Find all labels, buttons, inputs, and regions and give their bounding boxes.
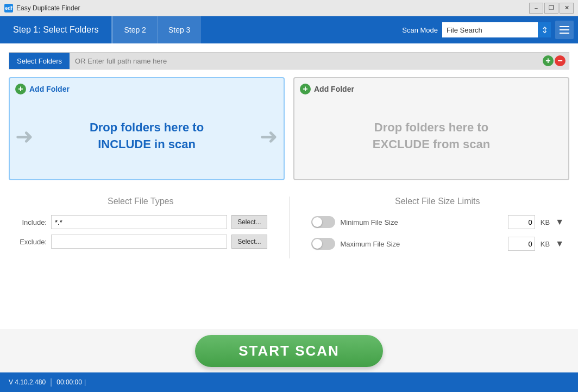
title-bar-left: edf Easy Duplicate Finder [4,4,80,12]
file-types-title: Select File Types [14,197,267,206]
min-size-dropdown-button[interactable]: ▼ [555,217,564,227]
footer: V 4.10.2.480 | 00:00:00 | [0,372,578,392]
start-scan-button[interactable]: START SCAN [195,335,383,367]
version-text: V 4.10.2.480 [9,378,46,386]
scan-mode-wrapper: File Search Music Search Image Search Do… [442,22,551,37]
exclude-add-folder-button[interactable]: + Add Folder [300,84,563,94]
minimize-button[interactable]: − [529,3,543,14]
title-bar: edf Easy Duplicate Finder − ❐ ✕ [0,0,578,16]
timer-text: 00:00:00 [56,378,82,386]
max-size-unit: KB [541,240,550,248]
exclude-select-button[interactable]: Select... [231,235,267,249]
scan-button-area: START SCAN [0,329,578,372]
include-select-button[interactable]: Select... [231,215,267,229]
file-size-section: Select File Size Limits Minimum File Siz… [289,197,564,258]
file-types-section: Select File Types Include: Select... Exc… [14,197,289,258]
exclude-drop-zone[interactable]: + Add Folder Drop folders here to EXCLUD… [293,77,569,180]
footer-cursor: | [84,378,86,386]
max-size-label: Maximum File Size [341,240,502,248]
drop-zones: + Add Folder ➜ Drop folders here to INCL… [9,77,569,180]
exclude-drop-text: Drop folders here to EXCLUDE from scan [373,119,490,153]
file-size-title: Select File Size Limits [311,197,564,206]
include-input[interactable] [51,215,227,229]
include-label: Include: [14,218,47,226]
include-drop-text: Drop folders here to INCLUDE in scan [90,119,204,153]
exclude-row: Exclude: Select... [14,235,267,249]
min-size-toggle[interactable] [311,216,335,228]
max-size-dropdown-button[interactable]: ▼ [555,239,564,249]
hamburger-line3 [560,33,569,34]
step1-tab[interactable]: Step 1: Select Folders [0,16,112,43]
steps-area: Step 1: Select Folders Step 2 Step 3 [0,16,201,43]
bottom-section: Select File Types Include: Select... Exc… [9,197,569,258]
app-title: Easy Duplicate Finder [16,4,80,12]
main-content: Select Folders + − + Add Folder ➜ Drop f… [0,43,578,372]
max-size-row: Maximum File Size KB ▼ [311,237,564,251]
arrow-right-icon: ➜ [260,124,278,149]
min-size-unit: KB [541,218,550,226]
max-size-toggle[interactable] [311,238,335,250]
path-add-icon[interactable]: + [543,55,554,66]
path-remove-icon[interactable]: − [555,55,566,66]
exclude-add-icon: + [300,84,311,94]
app-icon: edf [4,4,13,12]
min-size-label: Minimum File Size [341,218,502,226]
header-right: Scan Mode File Search Music Search Image… [402,21,578,39]
select-folders-button[interactable]: Select Folders [9,53,70,69]
min-size-input[interactable] [508,215,535,229]
close-button[interactable]: ✕ [560,3,574,14]
hamburger-menu-button[interactable] [555,21,574,39]
restore-button[interactable]: ❐ [544,3,558,14]
include-add-folder-button[interactable]: + Add Folder [15,84,278,94]
hamburger-line1 [560,26,569,27]
step3-tab[interactable]: Step 3 [157,16,201,43]
header: Step 1: Select Folders Step 2 Step 3 Sca… [0,16,578,43]
include-drop-zone[interactable]: + Add Folder ➜ Drop folders here to INCL… [9,77,285,180]
path-bar-icons: + − [543,55,569,66]
exclude-input[interactable] [51,235,227,249]
scan-mode-select[interactable]: File Search Music Search Image Search Do… [442,22,551,37]
min-size-row: Minimum File Size KB ▼ [311,215,564,229]
arrow-left-icon: ➜ [15,124,34,149]
path-bar: Select Folders + − [9,52,569,69]
include-add-icon: + [15,84,26,94]
max-size-input[interactable] [508,237,535,251]
include-drop-content: ➜ Drop folders here to INCLUDE in scan ➜ [15,99,278,174]
scan-mode-label: Scan Mode [402,26,438,34]
hamburger-line2 [560,29,569,30]
path-input[interactable] [70,53,543,69]
title-bar-controls: − ❐ ✕ [529,3,574,14]
footer-separator: | [50,377,52,387]
include-row: Include: Select... [14,215,267,229]
step2-tab[interactable]: Step 2 [112,16,156,43]
exclude-label: Exclude: [14,238,47,246]
exclude-drop-content: Drop folders here to EXCLUDE from scan [300,99,563,174]
